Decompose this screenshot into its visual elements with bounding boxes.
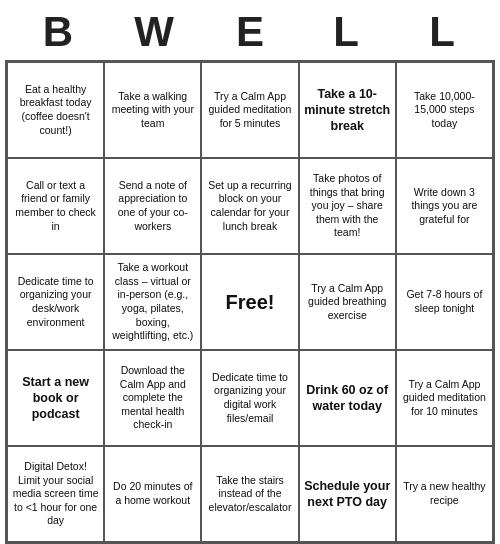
bingo-cell-23[interactable]: Schedule your next PTO day [299, 446, 396, 542]
bingo-cell-7[interactable]: Set up a recurring block on your calenda… [201, 158, 298, 254]
bingo-cell-1[interactable]: Take a walking meeting with your team [104, 62, 201, 158]
bingo-cell-11[interactable]: Take a workout class – virtual or in-per… [104, 254, 201, 350]
bingo-cell-5[interactable]: Call or text a friend or family member t… [7, 158, 104, 254]
bingo-cell-2[interactable]: Try a Calm App guided meditation for 5 m… [201, 62, 298, 158]
bingo-cell-10[interactable]: Dedicate time to organizing your desk/wo… [7, 254, 104, 350]
bingo-cell-9[interactable]: Write down 3 things you are grateful for [396, 158, 493, 254]
bingo-cell-3[interactable]: Take a 10-minute stretch break [299, 62, 396, 158]
bingo-cell-24[interactable]: Try a new healthy recipe [396, 446, 493, 542]
bingo-cell-21[interactable]: Do 20 minutes of a home workout [104, 446, 201, 542]
bingo-cell-8[interactable]: Take photos of things that bring you joy… [299, 158, 396, 254]
bingo-cell-4[interactable]: Take 10,000-15,000 steps today [396, 62, 493, 158]
bingo-grid: Eat a healthy breakfast today (coffee do… [5, 60, 495, 544]
bingo-cell-15[interactable]: Start a new book or podcast [7, 350, 104, 446]
bingo-cell-0[interactable]: Eat a healthy breakfast today (coffee do… [7, 62, 104, 158]
bingo-cell-18[interactable]: Drink 60 oz of water today [299, 350, 396, 446]
bingo-cell-19[interactable]: Try a Calm App guided meditation for 10 … [396, 350, 493, 446]
header-letter-b: B [13, 8, 103, 56]
bingo-cell-6[interactable]: Send a note of appreciation to one of yo… [104, 158, 201, 254]
bingo-header: B W E L L [0, 0, 500, 60]
bingo-cell-17[interactable]: Dedicate time to organizing your digital… [201, 350, 298, 446]
bingo-cell-20[interactable]: Digital Detox! Limit your social media s… [7, 446, 104, 542]
header-letter-e: E [205, 8, 295, 56]
bingo-cell-22[interactable]: Take the stairs instead of the elevator/… [201, 446, 298, 542]
bingo-cell-12[interactable]: Free! [201, 254, 298, 350]
bingo-cell-14[interactable]: Get 7-8 hours of sleep tonight [396, 254, 493, 350]
header-letter-l1: L [301, 8, 391, 56]
bingo-cell-13[interactable]: Try a Calm App guided breathing exercise [299, 254, 396, 350]
header-letter-w: W [109, 8, 199, 56]
header-letter-l2: L [397, 8, 487, 56]
bingo-cell-16[interactable]: Download the Calm App and complete the m… [104, 350, 201, 446]
